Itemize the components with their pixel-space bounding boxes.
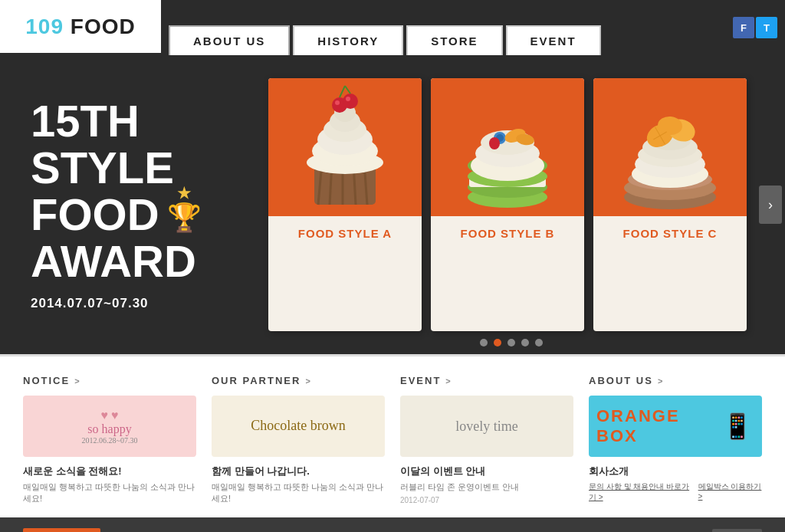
notice-title: NOTICE [23, 375, 70, 386]
dot-1[interactable] [480, 339, 488, 346]
notice-item-title: 새로운 소식을 전해요! [23, 465, 196, 478]
logo-brand: FOOD [71, 15, 136, 38]
food-card-c-label: FOOD STYLE C [593, 216, 747, 248]
header: 109 FOOD ABOUT US HISTORY STORE EVENT F … [0, 0, 785, 55]
food-card-b: FOOD STYLE B [431, 78, 584, 331]
notice-col: NOTICE > ♥ ♥ so happy 2012.06.28~07.30 새… [23, 375, 196, 505]
macaron-illustration [442, 78, 573, 216]
logo-number: 109 [25, 15, 64, 38]
footer-logo: ORANGE BOX [23, 528, 100, 532]
logo-box: 109 FOOD [0, 0, 161, 55]
hero-text: 15th STYLE FOOD ★ 🏆 AWARD 2014.07.07~07.… [0, 55, 238, 354]
content-section: NOTICE > ♥ ♥ so happy 2012.06.28~07.30 새… [0, 354, 785, 517]
award-line3-row: FOOD ★ 🏆 [31, 192, 207, 238]
slide-dots [480, 339, 543, 346]
notice-header: NOTICE > [23, 375, 196, 386]
dot-3[interactable] [507, 339, 515, 346]
event-arrow[interactable]: > [445, 376, 452, 386]
tart-illustration [605, 78, 735, 216]
about-title: ABOUT US [589, 375, 653, 386]
about-item-title: 회사소개 [589, 465, 762, 478]
hearts: ♥ ♥ [82, 409, 138, 422]
dot-5[interactable] [535, 339, 543, 346]
food-card-b-image [431, 78, 584, 216]
food-card-c-image [593, 78, 747, 216]
tab-history[interactable]: HISTORY [293, 25, 403, 55]
cupcake-illustration [280, 78, 410, 216]
about-arrow[interactable]: > [658, 376, 664, 386]
logo: 109 FOOD [25, 15, 135, 39]
event-thumb-text: lovely time [449, 412, 524, 441]
event-item-desc: 러블리 타임 존 운영이벤트 안내 [400, 481, 573, 493]
award-line1: 15th [31, 98, 207, 145]
hero-slides: FOOD STYLE A [238, 55, 785, 354]
award-line3: FOOD [31, 192, 159, 238]
event-item-date: 2012-07-07 [400, 496, 573, 504]
event-item-title: 이달의 이벤트 안내 [400, 465, 573, 478]
family-site-button[interactable]: Family Site [712, 529, 762, 532]
event-col: EVENT > lovely time 이달의 이벤트 안내 러블리 타임 존 … [400, 375, 573, 505]
trophy-wrap: ★ 🏆 [167, 192, 202, 238]
about-links: 문의 사항 및 채용안내 바로가기 > 메일박스 이용하기 > [589, 481, 762, 503]
twitter-button[interactable]: T [756, 17, 777, 38]
notice-thumbnail: ♥ ♥ so happy 2012.06.28~07.30 [23, 396, 196, 457]
food-card-a-image [268, 78, 422, 216]
about-col: ABOUT US > ORANGE BOX 📱 회사소개 문의 사항 및 채용안… [589, 375, 762, 505]
event-header: EVENT > [400, 375, 573, 386]
partner-arrow[interactable]: > [305, 376, 311, 386]
hero-next-arrow[interactable]: › [759, 186, 782, 224]
event-thumbnail: lovely time [400, 396, 573, 457]
about-header: ABOUT US > [589, 375, 762, 386]
hero-section: 15th STYLE FOOD ★ 🏆 AWARD 2014.07.07~07.… [0, 55, 785, 354]
star-icon: ★ [177, 186, 191, 202]
event-title: EVENT [400, 375, 441, 386]
partner-item-title: 함께 만들어 나갑니다. [212, 465, 385, 478]
facebook-button[interactable]: F [733, 17, 754, 38]
notice-thumb-text: so happy [82, 422, 138, 436]
food-card-a: FOOD STYLE A [268, 78, 422, 331]
award-line4: AWARD [31, 238, 207, 285]
tab-about-us[interactable]: ABOUT US [169, 25, 290, 55]
svg-point-17 [335, 100, 340, 105]
svg-line-15 [340, 86, 345, 97]
tab-store[interactable]: STORE [406, 25, 502, 55]
social-buttons: F T [733, 0, 785, 55]
tab-event[interactable]: EVENT [506, 25, 601, 55]
food-card-a-label: FOOD STYLE A [268, 216, 422, 248]
footer: ORANGE BOX 회사소개 서비스이용약관 개인정보취급방침 이메일 수집동… [0, 517, 785, 532]
partner-col: OUR PARTNER > Chocolate brown 함께 만들어 나갑니… [212, 375, 385, 505]
svg-point-31 [489, 137, 500, 149]
partner-item-desc: 매일매일 행복하고 따뜻한 나눔의 소식과 만나세요! [212, 481, 385, 505]
partner-thumbnail: Chocolate brown [212, 396, 385, 457]
about-link-1[interactable]: 문의 사항 및 채용안내 바로가기 > [589, 481, 694, 503]
nav-tabs: ABOUT US HISTORY STORE EVENT [161, 0, 733, 55]
notice-item-desc: 매일매일 행복하고 따뜻한 나눔의 소식과 만나세요! [23, 481, 196, 505]
award-date: 2014.07.07~07.30 [31, 296, 207, 311]
award-title: 15th STYLE FOOD ★ 🏆 AWARD [31, 98, 207, 285]
notice-arrow[interactable]: > [74, 376, 80, 386]
orange-box-label: ORANGE BOX [596, 406, 714, 446]
partner-thumb-text: Chocolate brown [245, 411, 351, 441]
orange-box-thumbnail: ORANGE BOX 📱 [589, 396, 762, 457]
svg-point-14 [343, 94, 358, 109]
notice-thumb-content: ♥ ♥ so happy 2012.06.28~07.30 [76, 402, 144, 451]
about-link-2[interactable]: 메일박스 이용하기 > [698, 481, 762, 503]
notice-thumb-date: 2012.06.28~07.30 [82, 436, 138, 445]
trophy-icon: 🏆 [167, 202, 202, 233]
food-card-b-label: FOOD STYLE B [431, 216, 584, 248]
food-card-c: FOOD STYLE C [593, 78, 747, 331]
svg-line-16 [345, 86, 350, 94]
svg-point-18 [346, 97, 350, 101]
dot-4[interactable] [521, 339, 529, 346]
partner-title: OUR PARTNER [212, 375, 301, 386]
orange-box-icon: 📱 [722, 412, 754, 441]
dot-2[interactable] [494, 339, 501, 346]
partner-header: OUR PARTNER > [212, 375, 385, 386]
